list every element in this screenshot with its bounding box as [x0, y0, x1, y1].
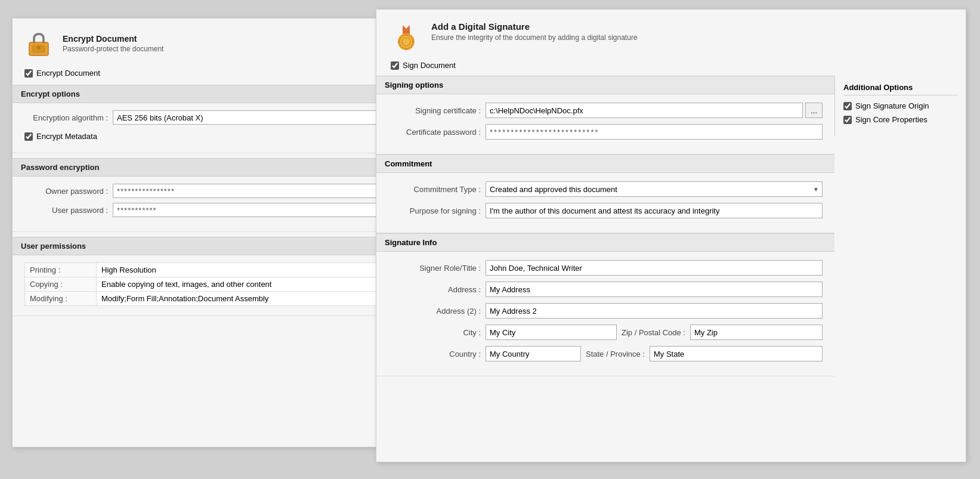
- table-row: Modifying : Modify;Form Fill;Annotation;…: [25, 292, 387, 306]
- purpose-row: Purpose for signing :: [388, 203, 823, 218]
- sign-core-properties-checkbox[interactable]: [843, 116, 852, 124]
- commitment-type-select-wrapper: Created and approved this document Appro…: [486, 181, 823, 197]
- commitment-type-select[interactable]: Created and approved this document Appro…: [486, 181, 823, 197]
- encrypt-panel-title: Encrypt Document: [63, 34, 163, 44]
- owner-password-row: Owner password :: [24, 184, 387, 198]
- cert-input-group: ...: [486, 103, 823, 118]
- commitment-type-row: Commitment Type : Created and approved t…: [388, 181, 823, 197]
- owner-password-label: Owner password :: [24, 187, 108, 196]
- user-password-label: User password :: [24, 206, 108, 215]
- encrypt-document-checkbox[interactable]: [24, 69, 33, 78]
- country-state-row: Country : State / Province :: [388, 346, 823, 361]
- sig-panel-title: Add a Digital Signature: [431, 21, 638, 32]
- cert-password-row: Certificate password :: [388, 124, 823, 140]
- encrypt-document-checkbox-row: Encrypt Document: [13, 66, 399, 80]
- commitment-type-label: Commitment Type :: [388, 185, 481, 194]
- copying-label: Copying :: [25, 277, 97, 292]
- role-label: Signer Role/Title :: [388, 264, 481, 273]
- printing-label: Printing :: [25, 263, 97, 277]
- additional-options-header: Additional Options: [843, 83, 957, 95]
- sig-panel-subtitle: Ensure the integrity of the document by …: [431, 33, 638, 42]
- encrypt-metadata-label: Encrypt Metadata: [36, 132, 97, 141]
- commitment-header: Commitment: [376, 154, 834, 173]
- certificate-row: Signing certificate : ...: [388, 103, 823, 118]
- city-zip-row: City : Zip / Postal Code :: [388, 325, 823, 340]
- password-encryption-body: Owner password : User password :: [13, 177, 399, 232]
- algorithm-row: Encryption algorithm :: [24, 110, 387, 125]
- user-permissions-header: User permissions: [13, 237, 399, 255]
- encrypt-options-body: Encryption algorithm : Encrypt Metadata: [13, 103, 399, 153]
- sign-core-properties-row: Sign Core Properties: [843, 115, 957, 124]
- zip-input[interactable]: [690, 325, 823, 340]
- owner-password-input[interactable]: [113, 184, 387, 198]
- commitment-body: Commitment Type : Created and approved t…: [376, 173, 834, 233]
- cert-browse-button[interactable]: ...: [805, 103, 823, 118]
- sign-document-checkbox[interactable]: [391, 61, 399, 70]
- algorithm-input[interactable]: [113, 110, 387, 125]
- country-label: Country :: [388, 350, 481, 359]
- purpose-label: Purpose for signing :: [388, 206, 481, 215]
- sign-signature-origin-row: Sign Signature Origin: [843, 101, 957, 110]
- modifying-label: Modifying :: [25, 292, 97, 306]
- digital-signature-panel: Add a Digital Signature Ensure the integ…: [376, 9, 966, 462]
- signing-options-body: Signing certificate : ... Certificate pa…: [376, 94, 834, 154]
- sig-main-area: Signing options Signing certificate : ..…: [376, 76, 834, 376]
- role-row: Signer Role/Title :: [388, 260, 823, 276]
- signature-info-body: Signer Role/Title : Address : Address (2…: [376, 252, 834, 376]
- sign-signature-origin-label: Sign Signature Origin: [855, 101, 929, 110]
- city-label: City :: [388, 328, 481, 337]
- modifying-value: Modify;Form Fill;Annotation;Document Ass…: [97, 292, 387, 306]
- country-input[interactable]: [486, 346, 581, 361]
- table-row: Copying : Enable copying of text, images…: [25, 277, 387, 292]
- lock-icon: [24, 29, 53, 58]
- signature-info-header: Signature Info: [376, 233, 834, 252]
- svg-point-5: [400, 35, 413, 48]
- address2-row: Address (2) :: [388, 303, 823, 319]
- copying-value: Enable copying of text, images, and othe…: [97, 277, 387, 292]
- state-input[interactable]: [650, 346, 823, 361]
- encrypt-metadata-row: Encrypt Metadata: [24, 129, 387, 143]
- address-label: Address :: [388, 285, 481, 294]
- encrypt-options-header: Encrypt options: [13, 85, 399, 103]
- medal-icon: [391, 21, 422, 52]
- sign-document-checkbox-row: Sign Document: [376, 58, 966, 76]
- sign-core-properties-label: Sign Core Properties: [855, 115, 928, 124]
- address-input[interactable]: [486, 282, 823, 297]
- encrypt-header: Encrypt Document Password-protect the do…: [13, 18, 399, 66]
- encrypt-title-group: Encrypt Document Password-protect the do…: [63, 34, 163, 53]
- sign-signature-origin-checkbox[interactable]: [843, 102, 852, 110]
- algorithm-label: Encryption algorithm :: [24, 113, 108, 122]
- certificate-input[interactable]: [486, 103, 803, 118]
- encrypt-document-panel: Encrypt Document Password-protect the do…: [12, 18, 400, 447]
- user-password-input[interactable]: [113, 203, 387, 217]
- encrypt-document-checkbox-label: Encrypt Document: [36, 69, 100, 78]
- cert-password-input[interactable]: [486, 124, 823, 140]
- additional-options-panel: Additional Options Sign Signature Origin…: [834, 76, 966, 136]
- address-row: Address :: [388, 282, 823, 297]
- state-label: State / Province :: [586, 350, 645, 359]
- sign-document-label: Sign Document: [403, 61, 456, 70]
- address2-input[interactable]: [486, 303, 823, 319]
- city-input[interactable]: [486, 325, 617, 340]
- sig-title-group: Add a Digital Signature Ensure the integ…: [431, 21, 638, 42]
- cert-password-label: Certificate password :: [388, 128, 481, 137]
- sig-content-area: Signing options Signing certificate : ..…: [376, 76, 966, 376]
- role-input[interactable]: [486, 260, 823, 276]
- zip-label: Zip / Postal Code :: [622, 328, 685, 337]
- signing-options-header: Signing options: [376, 76, 834, 94]
- address2-label: Address (2) :: [388, 307, 481, 316]
- password-encryption-header: Password encryption: [13, 158, 399, 177]
- encrypt-panel-subtitle: Password-protect the document: [63, 45, 163, 53]
- user-password-row: User password :: [24, 203, 387, 217]
- svg-point-2: [37, 46, 41, 50]
- purpose-input[interactable]: [486, 203, 823, 218]
- sig-header: Add a Digital Signature Ensure the integ…: [376, 10, 966, 58]
- certificate-label: Signing certificate :: [388, 106, 481, 115]
- permissions-table: Printing : High Resolution Copying : Ena…: [24, 262, 387, 306]
- user-permissions-body: Printing : High Resolution Copying : Ena…: [13, 255, 399, 316]
- printing-value: High Resolution: [97, 263, 387, 277]
- encrypt-metadata-checkbox[interactable]: [24, 132, 33, 141]
- table-row: Printing : High Resolution: [25, 263, 387, 277]
